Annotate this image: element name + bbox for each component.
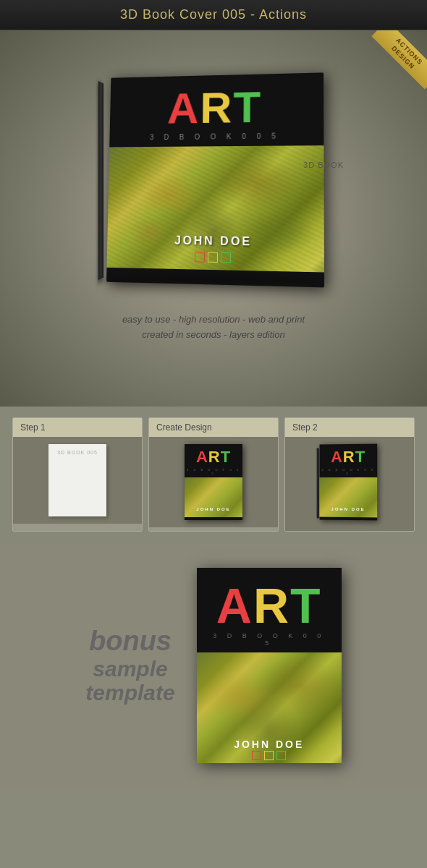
- step2-face: ART 3 D B O O K 0 0 5 JOHN DOE: [319, 444, 377, 521]
- bonus-icon-green: [276, 751, 286, 760]
- create-design-header: Create Design: [149, 418, 278, 437]
- step2-box: Step 2 ART 3 D B O O K 0 0 5 JOHN DOE: [284, 417, 415, 532]
- step2-content: ART 3 D B O O K 0 0 5 JOHN DOE: [285, 437, 414, 531]
- book-spine: [98, 81, 103, 280]
- bonus-text-block: bonus sample template: [85, 626, 174, 705]
- description-text: easy to use - high resolution - web and …: [122, 312, 305, 343]
- art-letter-t: T: [233, 82, 262, 132]
- icon-square-green: [221, 252, 231, 263]
- art-letter-a: A: [167, 83, 200, 132]
- template-word: template: [85, 681, 174, 705]
- bonus-section: bonus sample template ART 3 D B O O K 0 …: [0, 542, 427, 788]
- bonus-book-top: ART 3 D B O O K 0 0 5: [197, 568, 342, 652]
- art-logo: ART: [117, 84, 316, 132]
- blank-paper-label: 3D BOOK 005: [57, 450, 98, 455]
- step2-author: JOHN DOE: [319, 507, 377, 512]
- step1-box: Step 1 3D BOOK 005: [12, 417, 143, 532]
- step1-header: Step 1: [13, 418, 142, 437]
- book-icon-bar: [107, 250, 324, 265]
- create-design-content: ART 3 D B O O K 0 0 5 JOHN DOE: [149, 437, 278, 527]
- steps-section: Step 1 3D BOOK 005 Create Design ART 3 D…: [0, 407, 427, 542]
- book-author: JOHN DOE: [107, 233, 324, 250]
- book-shadow: [98, 276, 322, 285]
- icon-square-yellow: [208, 252, 218, 263]
- actions-ribbon: ACTIONSDESIGN: [362, 30, 427, 95]
- main-preview-section: ACTIONSDESIGN ART 3 D B O O K 0 0 5 JOHN…: [0, 30, 427, 407]
- icon-square-red: [195, 252, 205, 262]
- step2-art-logo: ART: [319, 444, 377, 469]
- step2-subtitle: 3 D B O O K 0 0 5: [319, 468, 377, 477]
- bonus-author: JOHN DOE: [197, 739, 342, 750]
- bonus-icon-yellow: [264, 751, 274, 760]
- sample-word: sample: [85, 657, 174, 681]
- bonus-icon-red: [252, 751, 261, 760]
- create-mini-book: ART 3 D B O O K 0 0 5 JOHN DOE: [185, 444, 242, 520]
- book-3d-container: ART 3 D B O O K 0 0 5 JOHN DOE 3D BOOK: [76, 59, 351, 305]
- create-author: JOHN DOE: [185, 507, 242, 511]
- app-header: 3D Book Cover 005 - Actions: [0, 0, 427, 30]
- book-cover-image: JOHN DOE: [107, 145, 324, 272]
- book-subtitle: 3 D B O O K 0 0 5: [117, 132, 316, 142]
- book-3d-label: 3D BOOK: [303, 161, 344, 169]
- bonus-art-logo: ART: [208, 581, 331, 630]
- create-design-box: Create Design ART 3 D B O O K 0 0 5 JOHN…: [148, 417, 279, 532]
- bonus-icon-bar: [197, 751, 342, 760]
- step1-content: 3D BOOK 005: [13, 437, 142, 524]
- ribbon-label: ACTIONSDESIGN: [371, 30, 427, 89]
- bonus-word: bonus: [85, 626, 174, 657]
- step2-mini-book: ART 3 D B O O K 0 0 5 JOHN DOE: [313, 444, 386, 524]
- book-top: ART 3 D B O O K 0 0 5: [109, 72, 324, 147]
- step2-image: JOHN DOE: [319, 477, 377, 517]
- create-image: JOHN DOE: [185, 477, 242, 517]
- bonus-subtitle: 3 D B O O K 0 0 5: [208, 632, 331, 647]
- page-title: 3D Book Cover 005 - Actions: [120, 7, 307, 22]
- bonus-cover-image: JOHN DOE: [197, 652, 342, 763]
- blank-paper: 3D BOOK 005: [48, 444, 106, 516]
- create-art-logo: ART: [185, 444, 242, 468]
- book-face: ART 3 D B O O K 0 0 5 JOHN DOE: [106, 72, 324, 287]
- create-subtitle: 3 D B O O K 0 0 5: [185, 468, 242, 477]
- bonus-book: ART 3 D B O O K 0 0 5 JOHN DOE: [197, 568, 342, 763]
- description-line1: easy to use - high resolution - web and …: [122, 312, 305, 328]
- description-line2: created in seconds - layers edition: [122, 328, 305, 343]
- step2-header: Step 2: [285, 418, 414, 437]
- art-letter-r: R: [200, 82, 234, 132]
